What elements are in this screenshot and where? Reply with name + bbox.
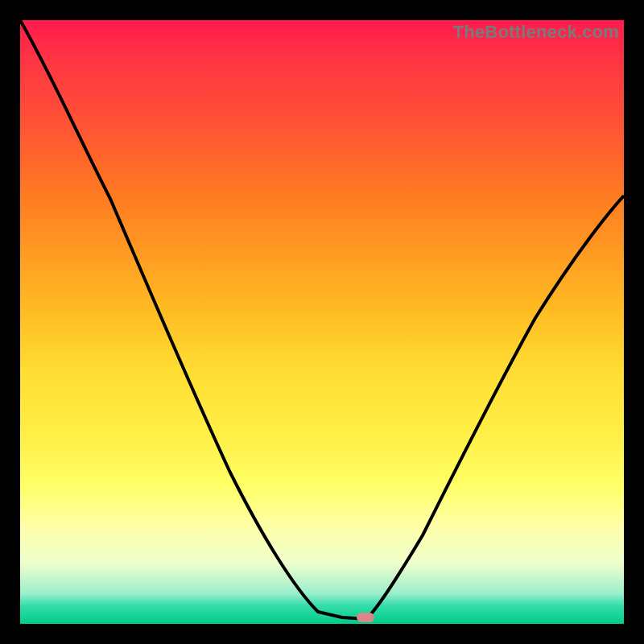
optimal-marker [357, 613, 374, 622]
curve-path [20, 20, 624, 619]
chart-frame: TheBottleneck.com [0, 0, 644, 644]
bottleneck-curve [20, 20, 624, 624]
plot-area: TheBottleneck.com [20, 20, 624, 624]
